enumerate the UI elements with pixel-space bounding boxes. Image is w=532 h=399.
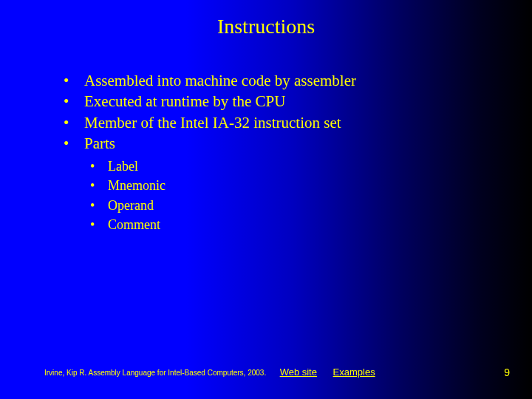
list-item: Comment	[84, 215, 502, 234]
footer-links: Web site Examples	[280, 366, 389, 378]
bullet-text: Member of the Intel IA-32 instruction se…	[84, 114, 341, 132]
sub-bullet-list: Label Mnemonic Operand Comment	[84, 157, 502, 233]
bullet-text: Mnemonic	[108, 178, 166, 193]
bullet-list: Assembled into machine code by assembler…	[59, 70, 502, 234]
list-item: Assembled into machine code by assembler	[59, 70, 502, 91]
list-item: Operand	[84, 196, 502, 215]
bullet-text: Assembled into machine code by assembler	[84, 72, 356, 89]
list-item: Mnemonic	[84, 176, 502, 195]
slide-title: Instructions	[0, 0, 532, 38]
bullet-text: Label	[108, 159, 138, 174]
footer-credit: Irvine, Kip R. Assembly Language for Int…	[44, 369, 266, 377]
list-item: Label	[84, 157, 502, 176]
web-site-link[interactable]: Web site	[280, 366, 317, 378]
bullet-text: Executed at runtime by the CPU	[84, 92, 285, 110]
footer: Irvine, Kip R. Assembly Language for Int…	[44, 365, 510, 378]
examples-link[interactable]: Examples	[333, 366, 375, 378]
page-number: 9	[504, 366, 510, 378]
bullet-text: Operand	[108, 198, 154, 213]
list-item: Parts Label Mnemonic Operand Comment	[59, 133, 502, 234]
list-item: Member of the Intel IA-32 instruction se…	[59, 112, 502, 133]
slide: Instructions Assembled into machine code…	[0, 0, 532, 399]
bullet-text: Parts	[84, 134, 115, 152]
slide-body: Assembled into machine code by assembler…	[59, 70, 502, 234]
list-item: Executed at runtime by the CPU	[59, 91, 502, 112]
bullet-text: Comment	[108, 217, 160, 232]
